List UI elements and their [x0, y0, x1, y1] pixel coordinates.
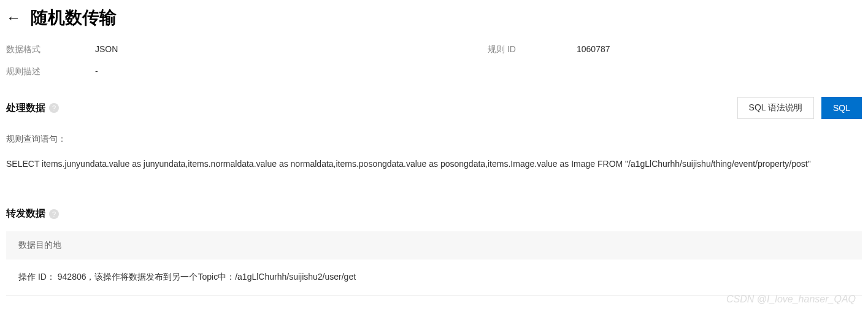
data-format-label: 数据格式	[6, 44, 95, 55]
forward-title-group: 转发数据 ?	[6, 207, 862, 220]
sql-help-button[interactable]: SQL 语法说明	[737, 97, 814, 119]
meta-info-grid: 数据格式 JSON 规则 ID 1060787 规则描述 -	[6, 44, 862, 77]
help-icon[interactable]: ?	[49, 103, 59, 113]
operation-row: 操作 ID： 942806，该操作将数据发布到另一个Topic中：/a1gLlC…	[6, 259, 862, 296]
back-arrow-icon[interactable]: ←	[6, 9, 21, 26]
query-statement-label: 规则查询语句：	[6, 134, 862, 145]
process-buttons: SQL 语法说明 SQL	[737, 97, 862, 119]
data-destination-header: 数据目的地	[6, 231, 862, 259]
rule-desc-label: 规则描述	[6, 66, 95, 77]
data-format-value: JSON	[95, 44, 488, 55]
process-title-group: 处理数据 ?	[6, 102, 59, 115]
sql-button[interactable]: SQL	[821, 97, 862, 119]
rule-desc-value: -	[95, 66, 488, 77]
forward-data-title: 转发数据	[6, 207, 45, 220]
help-icon[interactable]: ?	[49, 209, 59, 219]
sql-query-text: SELECT items.junyundata.value as junyund…	[6, 157, 862, 171]
process-data-title: 处理数据	[6, 102, 45, 115]
rule-id-value: 1060787	[577, 44, 862, 55]
page-title: 随机数传输	[31, 6, 117, 29]
process-section-header: 处理数据 ? SQL 语法说明 SQL	[6, 97, 862, 119]
forward-data-section: 转发数据 ? 数据目的地 操作 ID： 942806，该操作将数据发布到另一个T…	[6, 207, 862, 296]
rule-id-label: 规则 ID	[488, 44, 577, 55]
page-header: ← 随机数传输	[6, 6, 862, 29]
